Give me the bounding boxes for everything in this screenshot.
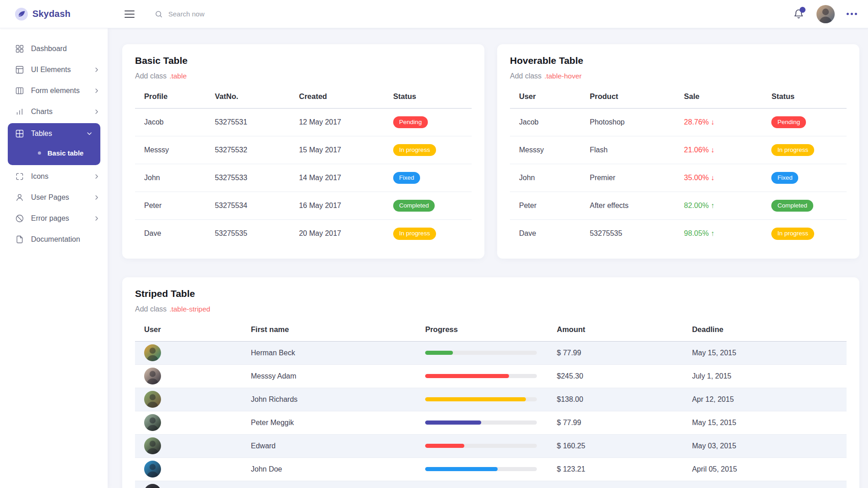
sidebar-item-label: Dashboard — [31, 45, 100, 53]
sidebar-item-charts[interactable]: Charts — [0, 101, 108, 122]
profile-avatar[interactable] — [816, 5, 835, 23]
table-class-code: .table-striped — [169, 305, 210, 313]
cell-status: Fixed — [762, 164, 847, 192]
sidebar: DashboardUI ElementsForm elementsChartsT… — [0, 28, 108, 488]
striped-table-card: Striped Table Add class.table-striped Us… — [122, 277, 859, 488]
sidebar-item-ui-elements[interactable]: UI Elements — [0, 59, 108, 80]
cell-sale: 35.00% ↓ — [675, 164, 763, 192]
basic-table-card: Basic Table Add class.table Profile VatN… — [122, 44, 484, 259]
cell-amount: $245.30 — [548, 364, 683, 388]
striped-table-row: Edward$ 160.25May 03, 2015 — [135, 434, 847, 457]
cell-user-avatar — [135, 341, 242, 364]
add-class-label: Add class — [510, 72, 541, 80]
column-header: User — [135, 318, 242, 342]
layout-icon — [15, 65, 24, 74]
sidebar-item-dashboard[interactable]: Dashboard — [0, 38, 108, 59]
main-content: Basic Table Add class.table Profile VatN… — [108, 28, 868, 488]
progress-bar — [425, 351, 453, 355]
table-icon — [15, 129, 24, 138]
skydash-logo-icon — [15, 8, 28, 21]
progress-track — [425, 421, 537, 425]
column-header: Progress — [416, 318, 548, 342]
bell-icon[interactable] — [793, 8, 805, 20]
progress-track — [425, 351, 537, 355]
sidebar-item-form-elements[interactable]: Form elements — [0, 80, 108, 101]
user-icon — [15, 193, 24, 202]
hoverable-table-row[interactable]: JohnPremier35.00% ↓Fixed — [510, 164, 847, 192]
sidebar-item-label: UI Elements — [31, 66, 93, 74]
chevron-right-icon — [93, 173, 100, 180]
sidebar-item-user-pages[interactable]: User Pages — [0, 187, 108, 208]
striped-table-row: John Richards$138.00Apr 12, 2015 — [135, 388, 847, 411]
sidebar-item-icons[interactable]: Icons — [0, 166, 108, 187]
sidebar-item-label: Form elements — [31, 87, 93, 95]
add-class-label: Add class — [135, 305, 166, 313]
sidebar-item-label: Error pages — [31, 214, 93, 223]
search-input[interactable] — [168, 10, 305, 18]
cell-user: Messsy — [510, 136, 581, 164]
basic-table-row: Jacob5327553112 May 2017Pending — [135, 109, 472, 136]
user-avatar — [144, 344, 161, 361]
columns-icon — [15, 86, 24, 95]
sidebar-group-tables: TablesBasic table — [8, 123, 100, 165]
cell-profile: Dave — [135, 220, 206, 248]
progress-bar — [425, 444, 464, 448]
cell-amount: $ 77.99 — [548, 341, 683, 364]
hamburger-icon[interactable] — [125, 10, 135, 18]
hoverable-table-row[interactable]: Dave5327553598.05% ↑In progress — [510, 220, 847, 248]
cell-vatno: 53275531 — [206, 109, 290, 136]
table-class-code: .table — [169, 72, 187, 80]
hoverable-table-row[interactable]: MesssyFlash21.06% ↓In progress — [510, 136, 847, 164]
notification-dot — [800, 7, 806, 13]
sale-value: 21.06% ↓ — [684, 146, 715, 154]
progress-track — [425, 467, 537, 471]
column-header: First name — [242, 318, 416, 342]
ellipsis-icon[interactable] — [846, 10, 858, 18]
status-badge: Fixed — [393, 172, 420, 184]
striped-table-row: Peter Meggik$ 77.99May 15, 2015 — [135, 411, 847, 434]
cell-created: 16 May 2017 — [290, 192, 384, 220]
sidebar-item-documentation[interactable]: Documentation — [0, 229, 108, 250]
status-badge: In progress — [393, 144, 436, 156]
sidebar-subitem-basic-table[interactable]: Basic table — [8, 144, 100, 161]
chevron-right-icon — [93, 66, 100, 73]
status-badge: In progress — [771, 228, 814, 240]
slash-circle-icon — [15, 214, 24, 223]
sidebar-item-tables[interactable]: Tables — [8, 123, 100, 144]
cell-progress — [416, 364, 548, 388]
cell-status: Completed — [762, 192, 847, 220]
sale-value: 82.00% ↑ — [684, 202, 715, 209]
cell-user-avatar — [135, 364, 242, 388]
sale-value: 28.76% ↓ — [684, 118, 715, 126]
status-badge: Fixed — [771, 172, 798, 184]
column-header: Profile — [135, 85, 206, 109]
cell-deadline: May 03, 2015 — [683, 434, 847, 457]
sidebar-item-label: Documentation — [31, 235, 100, 244]
cell-status: Completed — [384, 192, 472, 220]
cell-progress — [416, 481, 548, 488]
chevron-right-icon — [93, 108, 100, 115]
cell-user: Peter — [510, 192, 581, 220]
sale-value: 98.05% ↑ — [684, 229, 715, 237]
cell-status: In progress — [762, 220, 847, 248]
hoverable-table-row[interactable]: JacobPhotoshop28.76% ↓Pending — [510, 109, 847, 136]
cell-profile: Messsy — [135, 136, 206, 164]
sidebar-item-error-pages[interactable]: Error pages — [0, 208, 108, 229]
striped-table-row: Messsy Adam$245.30July 1, 2015 — [135, 364, 847, 388]
basic-table-row: John5327553314 May 2017Fixed — [135, 164, 472, 192]
cell-deadline: Apr 12, 2015 — [683, 388, 847, 411]
cell-amount: $ 123.21 — [548, 457, 683, 481]
column-header: Deadline — [683, 318, 847, 342]
column-header: Sale — [675, 85, 763, 109]
status-badge: In progress — [393, 228, 436, 240]
cell-user-avatar — [135, 411, 242, 434]
brand[interactable]: Skydash — [0, 8, 108, 21]
sale-value: 35.00% ↓ — [684, 174, 715, 182]
cell-vatno: 53275534 — [206, 192, 290, 220]
cell-amount: $138.00 — [548, 388, 683, 411]
cell-sale: 21.06% ↓ — [675, 136, 763, 164]
cell-profile: Peter — [135, 192, 206, 220]
hoverable-table-row[interactable]: PeterAfter effects82.00% ↑Completed — [510, 192, 847, 220]
cell-deadline: May 15, 2015 — [683, 411, 847, 434]
cell-profile: John — [135, 164, 206, 192]
